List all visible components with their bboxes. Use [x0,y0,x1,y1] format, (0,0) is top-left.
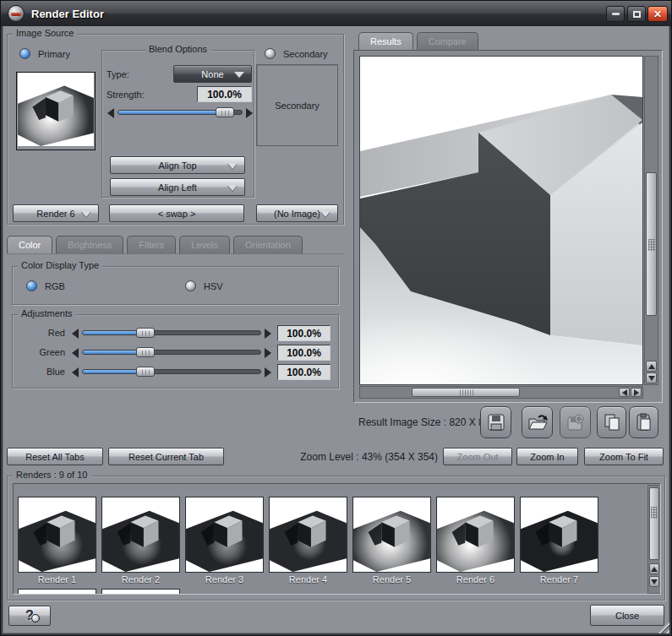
adjustment-slider-label: Blue [13,367,65,377]
secondary-render-select[interactable]: (No Image) [256,204,338,222]
scroll-right-button[interactable] [631,388,642,397]
align-left-select[interactable]: Align Left [110,178,245,196]
secondary-radio[interactable] [265,48,276,59]
tab-orientation[interactable]: Orientation [233,236,303,253]
adjustment-value[interactable]: 100.0% [277,364,331,380]
paste-image-button[interactable] [629,406,658,438]
slider-left-arrow-icon[interactable] [72,348,79,358]
maximize-button[interactable] [627,6,646,22]
render-thumbnail-label: Render 1 [18,574,96,584]
adjustment-slider[interactable] [72,327,271,339]
result-preview-image[interactable] [359,56,643,385]
titlebar: Render Editor ✕ [1,1,671,26]
primary-render-value: Render 6 [36,209,74,219]
render-thumbnail[interactable]: Render 6 [436,497,515,584]
render-thumbnail-label: Render 6 [436,574,515,584]
blend-type-select[interactable]: None [173,65,252,83]
renders-scrollbar-thumb[interactable] [649,487,659,560]
renders-strip: Render 1Render 2Render 3Render 4Render 5… [13,483,661,595]
hsv-label: HSV [204,281,223,291]
render-thumbnail-partial[interactable] [18,589,96,595]
scroll-down-button[interactable] [646,372,657,383]
render-thumbnail-label: Render 7 [520,574,598,584]
reset-current-tab-button[interactable]: Reset Current Tab [108,448,224,465]
render-thumbnail[interactable]: Render 5 [352,497,431,584]
renders-scroll-down-button[interactable] [649,576,659,587]
slider-right-arrow-icon[interactable] [265,367,271,378]
zoom-level-label: Zoom Level : 43% (354 X 354) [254,451,438,463]
align-top-select[interactable]: Align Top [110,156,245,174]
primary-radio[interactable] [19,48,30,59]
save-image-button[interactable] [480,406,511,438]
slider-thumb[interactable] [136,367,155,377]
align-top-label: Align Top [158,160,196,171]
adjustment-slider[interactable] [72,346,271,358]
render-thumbnail[interactable]: Render 1 [18,497,96,584]
tab-brightness[interactable]: Brightness [56,236,123,253]
preview-horizontal-scrollbar[interactable] [359,386,643,399]
tab-compare[interactable]: Compare [417,32,478,50]
adjustment-value[interactable]: 100.0% [277,325,331,341]
slider-right-arrow-icon[interactable] [265,348,271,358]
vertical-scrollbar-thumb[interactable] [646,172,657,316]
renders-group: Renders : 9 of 10 Render 1Render 2Render… [7,476,665,601]
render-thumbnail[interactable]: Render 2 [101,497,180,584]
tab-levels[interactable]: Levels [179,236,230,253]
slider-left-arrow-icon[interactable] [72,329,79,339]
results-tabstrip: Results Compare [358,33,482,50]
slider-left-arrow-icon[interactable] [72,367,79,378]
blend-strength-value[interactable]: 100.0% [197,86,252,102]
zoom-to-fit-button[interactable]: Zoom To Fit [584,448,664,465]
renders-scroll-up-button[interactable] [649,563,659,574]
slider-right-arrow-icon[interactable] [265,329,271,339]
open-image-button[interactable] [522,406,553,438]
adjustment-value[interactable]: 100.0% [277,345,331,361]
swap-button[interactable]: < swap > [109,204,244,222]
result-image-size-label: Result Image Size : 820 X 820 [358,416,495,428]
primary-thumbnail[interactable] [16,72,96,150]
render-thumbnail-partial[interactable] [101,589,180,595]
save-with-settings-button[interactable] [560,406,591,438]
slider-thumb[interactable] [216,107,234,117]
copy-image-button[interactable] [597,406,626,438]
window-title: Render Editor [31,8,104,20]
preview-vertical-scrollbar[interactable] [644,56,658,385]
close-window-button[interactable]: ✕ [647,6,668,22]
render-thumbnail[interactable]: Render 3 [185,497,264,584]
render-thumbnail-label: Render 2 [101,574,180,584]
tab-color[interactable]: Color [7,236,52,253]
blend-options-label: Blend Options [145,44,210,54]
slider-thumb[interactable] [136,347,155,357]
blend-strength-slider[interactable] [107,106,253,118]
secondary-placeholder: Secondary [275,101,320,111]
hsv-radio[interactable] [185,280,196,291]
horizontal-scrollbar-thumb[interactable] [412,388,520,397]
slider-thumb[interactable] [136,328,155,338]
render-thumbnail[interactable]: Render 4 [269,497,347,584]
open-folder-icon [527,412,549,432]
context-help-button[interactable]: ? [8,606,51,626]
scroll-up-button[interactable] [646,361,657,372]
align-left-label: Align Left [158,182,197,193]
copy-icon [602,412,622,432]
render-thumbnail[interactable]: Render 7 [520,497,598,584]
primary-render-select[interactable]: Render 6 [13,204,99,222]
zoom-in-button[interactable]: Zoom In [516,448,578,465]
rgb-radio[interactable] [26,280,37,291]
secondary-image-box: Secondary [256,64,338,146]
zoom-out-button[interactable]: Zoom Out [443,448,512,465]
slider-right-arrow-icon[interactable] [246,108,253,118]
minimize-button[interactable] [606,6,625,22]
blend-type-label: Type: [107,69,129,79]
close-button[interactable]: Close [590,605,664,626]
slider-left-arrow-icon[interactable] [107,108,114,118]
app-icon [8,5,25,22]
adjustment-slider[interactable] [72,366,271,378]
renders-scrollbar[interactable] [647,485,661,594]
tab-results[interactable]: Results [358,32,413,50]
tab-filters[interactable]: Filters [127,236,176,253]
color-display-type-group: Color Display Type RGB HSV [12,266,339,305]
reset-all-tabs-button[interactable]: Reset All Tabs [7,448,103,465]
scroll-left-button[interactable] [619,388,630,397]
chevron-down-icon [81,211,91,217]
